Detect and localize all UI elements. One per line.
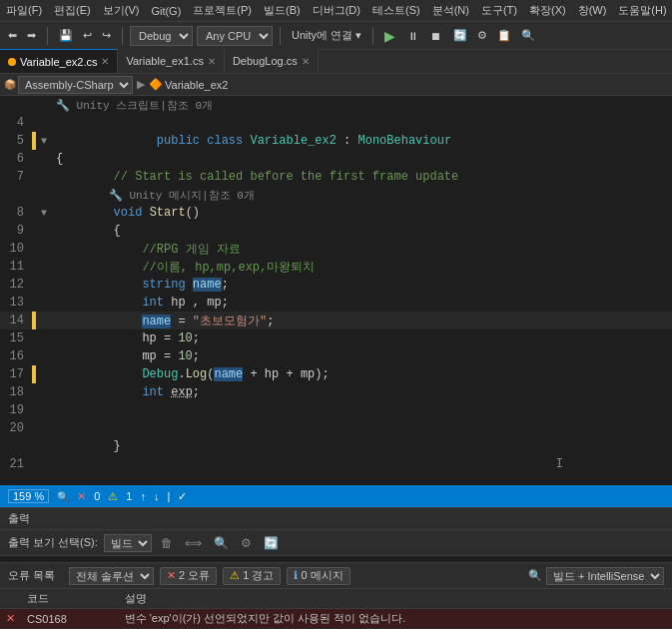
menu-item-help[interactable]: 도움말(H) [612,1,672,20]
error-col-code: 코드 [21,589,119,609]
path-bar: 📦 Assembly-CSharp ▶ 🔶 Variable_ex2 [0,74,672,96]
line-6: 6 { [0,150,672,168]
line-unity-hint-top: 🔧 Unity 스크립트|참조 0개 [0,96,672,114]
error-scope-select[interactable]: 전체 솔루션 [69,567,154,585]
tab-variable-ex1[interactable]: Variable_ex1.cs ✕ [118,49,224,73]
toolbar-save-btn[interactable]: 💾 [55,27,77,44]
line-21: 21 I [0,455,672,473]
line-14: 14 name = "초보모험가"; [0,312,672,329]
error-filter-messages[interactable]: ℹ 0 메시지 [287,567,349,585]
status-warn-count: 1 [126,490,132,502]
menu-item-build[interactable]: 빌드(B) [258,1,307,20]
error-table-body: ✕ CS0168 변수 'exp'이(가) 선언되었지만 값이 사용된 적이 없… [0,609,672,629]
debug-config-select[interactable]: Debug [130,26,193,46]
menu-item-git[interactable]: Git(G) [145,3,187,19]
play-btn[interactable]: ▶ [380,26,399,46]
assembly-icon: 📦 [4,79,16,90]
table-row[interactable]: ✕ CS0168 변수 'exp'이(가) 선언되었지만 값이 사용된 적이 없… [0,609,672,629]
pause-btn[interactable]: ⏸ [403,28,422,44]
status-zoom-icon: 🔍 [57,491,69,502]
toolbar-misc-btn2[interactable]: ⚙ [473,27,491,44]
line-10: 10 //RPG 게임 자료 [0,240,672,258]
toolbar-back-btn[interactable]: ⬅ [4,27,21,44]
output-clear-btn[interactable]: 🗑 [158,535,176,551]
class-label: Variable_ex2 [165,79,228,91]
error-col-desc: 설명 [119,589,672,609]
menu-item-test[interactable]: 테스트(S) [366,1,426,20]
row-code: CS0168 [21,609,119,629]
error-build-filter: 🔍 빌드 + IntelliSense [528,567,664,585]
error-filter-warnings[interactable]: ⚠ 1 경고 [223,567,281,585]
line-18: 18 int exp; [0,383,672,401]
tab-variable-ex2[interactable]: Variable_ex2.cs ✕ [0,49,118,73]
error-filter-icon: 🔍 [528,569,542,582]
menu-item-extensions[interactable]: 확장(X) [523,1,572,20]
line-7: 7 // Start is called before the first fr… [0,168,672,186]
output-refresh-btn[interactable]: 🔄 [261,535,282,551]
line-16: 16 mp = 10; [0,347,672,365]
menu-item-file[interactable]: 파일(F) [0,1,48,20]
status-check-icon: ✓ [178,490,187,503]
stop-btn[interactable]: ⏹ [426,28,445,44]
toolbar-misc-btn4[interactable]: 🔍 [517,27,539,44]
menu-item-tools[interactable]: 도구(T) [475,1,523,20]
class-dropdown[interactable]: 🔶 Variable_ex2 [149,78,228,91]
menu-item-project[interactable]: 프로젝트(P) [187,1,258,20]
assembly-select[interactable]: Assembly-CSharp [18,76,133,94]
tabs-bar: Variable_ex2.cs ✕ Variable_ex1.cs ✕ Debu… [0,50,672,74]
line-5: 5 ▼ public class Variable_ex2 : MonoBeha… [0,132,672,150]
toolbar: ⬅ ➡ 💾 ↩ ↪ Debug Any CPU Unity에 연결 ▾ ▶ ⏸ … [0,22,672,50]
msg-count-label: 0 메시지 [301,568,342,583]
menu-item-edit[interactable]: 편집(E) [48,1,97,20]
output-panel: 출력 출력 보기 선택(S): 빌드 🗑 ⟺ 🔍 ⚙ 🔄 [0,507,672,562]
toolbar-misc-btn1[interactable]: 🔄 [449,27,471,44]
line-11: 11 //이름, hp,mp,exp,마왕퇴치 [0,258,672,276]
toolbar-edit-group: 💾 ↩ ↪ [55,27,115,44]
line-8: 8 ▼ void Start() [0,204,672,222]
unity-connect-btn[interactable]: Unity에 연결 ▾ [288,26,365,45]
tab-debuglog-label: DebugLog.cs [233,55,298,67]
menu-item-view[interactable]: 보기(V) [97,1,146,20]
tab-variable-ex2-label: Variable_ex2.cs [20,56,97,68]
output-find-btn[interactable]: 🔍 [211,535,232,551]
tab-variable-ex2-dot [8,58,16,66]
cpu-select[interactable]: Any CPU [197,26,273,46]
toolbar-misc-group: 🔄 ⚙ 📋 🔍 [449,27,539,44]
error-count-label: 2 오류 [179,568,210,583]
line-unity-hint-2: 🔧 Unity 메시지|참조 0개 [0,186,672,204]
menu-item-debug[interactable]: 디버그(D) [307,1,366,20]
toolbar-forward-btn[interactable]: ➡ [23,27,40,44]
status-down-arrow[interactable]: ↓ [154,490,160,502]
tab-variable-ex1-close[interactable]: ✕ [208,56,216,67]
toolbar-undo-btn[interactable]: ↩ [79,27,96,44]
error-x-icon: ✕ [167,569,176,582]
status-up-arrow[interactable]: ↑ [140,490,146,502]
output-wrap-btn[interactable]: ⟺ [182,535,205,551]
menu-item-window[interactable]: 창(W) [572,1,613,20]
output-settings-btn[interactable]: ⚙ [238,535,255,551]
line-20: 20 [0,419,672,437]
assembly-dropdown[interactable]: 📦 Assembly-CSharp [4,76,133,94]
class-icon: 🔶 [149,78,163,91]
toolbar-misc-btn3[interactable]: 📋 [493,27,515,44]
toolbar-redo-btn[interactable]: ↪ [98,27,115,44]
path-sep: ▶ [137,78,145,91]
tab-variable-ex1-label: Variable_ex1.cs [126,55,203,67]
menu-item-analyze[interactable]: 분석(N) [426,1,475,20]
error-table-head: 코드 설명 [0,589,672,609]
status-zoom[interactable]: 159 % [8,489,49,503]
toolbar-nav-group: ⬅ ➡ [4,27,40,44]
tab-debuglog[interactable]: DebugLog.cs ✕ [225,49,319,73]
build-filter-select[interactable]: 빌드 + IntelliSense [546,567,664,585]
code-editor[interactable]: 🔧 Unity 스크립트|참조 0개 4 5 [0,96,672,485]
error-filter-errors[interactable]: ✕ 2 오류 [160,567,217,585]
warn-triangle-icon: ⚠ [230,569,240,582]
tab-variable-ex2-close[interactable]: ✕ [101,56,109,67]
output-filter-select[interactable]: 빌드 [104,534,152,552]
error-panel: 오류 목록 전체 솔루션 ✕ 2 오류 ⚠ 1 경고 ℹ 0 메시지 🔍 빌드 … [0,562,672,629]
toolbar-sep-2 [122,27,123,45]
app-window: 파일(F) 편집(E) 보기(V) Git(G) 프로젝트(P) 빌드(B) 디… [0,0,672,629]
line-13: 13 int hp , mp; [0,294,672,312]
tab-debuglog-close[interactable]: ✕ [302,56,310,67]
status-bar: 159 % 🔍 ✕ 0 ⚠ 1 ↑ ↓ | ✓ [0,485,672,507]
